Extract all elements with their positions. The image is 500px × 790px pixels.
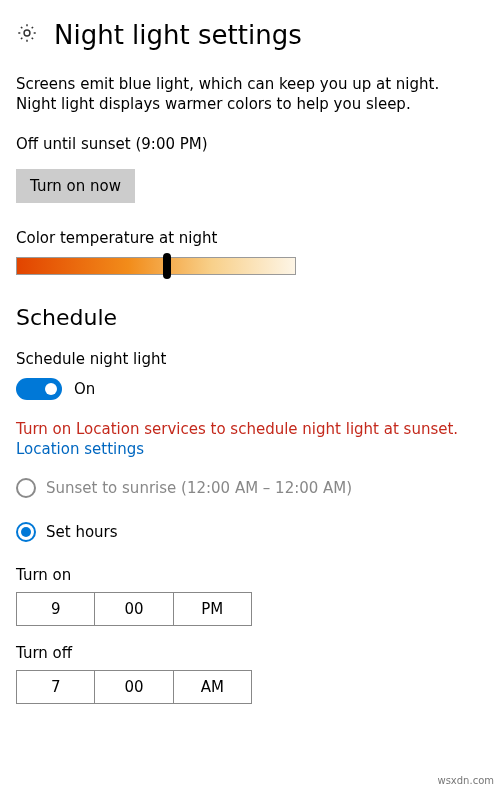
- turn-on-label: Turn on: [16, 566, 484, 584]
- page-header: Night light settings: [16, 20, 484, 50]
- svg-point-0: [24, 30, 30, 36]
- turn-on-hour[interactable]: 9: [17, 593, 95, 625]
- schedule-toggle[interactable]: [16, 378, 62, 400]
- turn-off-minute[interactable]: 00: [95, 671, 173, 703]
- radio-set-hours[interactable]: [16, 522, 36, 542]
- toggle-knob: [45, 383, 57, 395]
- turn-off-time-picker[interactable]: 7 00 AM: [16, 670, 252, 704]
- turn-on-time-picker[interactable]: 9 00 PM: [16, 592, 252, 626]
- turn-on-now-button[interactable]: Turn on now: [16, 169, 135, 203]
- status-text: Off until sunset (9:00 PM): [16, 135, 484, 153]
- schedule-heading: Schedule: [16, 305, 484, 330]
- turn-off-label: Turn off: [16, 644, 484, 662]
- radio-set-hours-label: Set hours: [46, 523, 118, 541]
- gear-icon: [16, 22, 38, 48]
- radio-sunset-to-sunrise: [16, 478, 36, 498]
- description-text: Screens emit blue light, which can keep …: [16, 74, 484, 115]
- watermark: wsxdn.com: [437, 775, 494, 786]
- turn-off-ampm[interactable]: AM: [174, 671, 251, 703]
- turn-on-ampm[interactable]: PM: [174, 593, 251, 625]
- turn-on-minute[interactable]: 00: [95, 593, 173, 625]
- color-temp-slider[interactable]: [16, 257, 296, 275]
- schedule-toggle-label: Schedule night light: [16, 350, 484, 368]
- radio-sunset-label: Sunset to sunrise (12:00 AM – 12:00 AM): [46, 479, 352, 497]
- slider-thumb[interactable]: [163, 253, 171, 279]
- location-settings-link[interactable]: Location settings: [16, 440, 144, 458]
- location-error-text: Turn on Location services to schedule ni…: [16, 420, 484, 438]
- toggle-state-text: On: [74, 380, 95, 398]
- turn-off-hour[interactable]: 7: [17, 671, 95, 703]
- page-title: Night light settings: [54, 20, 302, 50]
- color-temp-label: Color temperature at night: [16, 229, 484, 247]
